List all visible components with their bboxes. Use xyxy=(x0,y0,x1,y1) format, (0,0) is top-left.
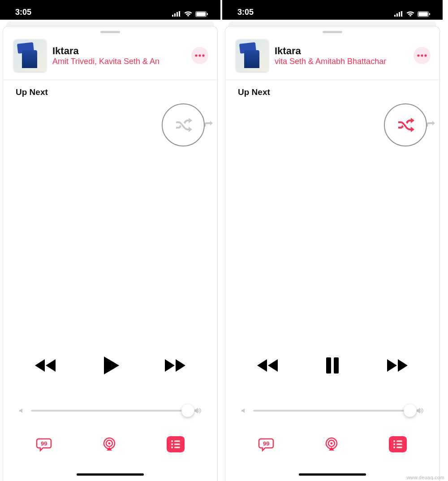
svg-rect-6 xyxy=(207,13,208,15)
playback-controls xyxy=(3,354,217,377)
volume-high-icon xyxy=(194,408,202,414)
volume-slider[interactable] xyxy=(18,408,202,414)
shuffle-icon[interactable] xyxy=(396,115,415,135)
volume-low-icon xyxy=(241,408,247,414)
queue-button[interactable] xyxy=(167,436,185,452)
track-artist: Amit Trivedi, Kavita Seth & An xyxy=(52,57,185,66)
status-bar: 3:05 xyxy=(0,0,220,20)
repeat-icon xyxy=(205,120,214,132)
now-playing-row: Iktara Amit Trivedi, Kavita Seth & An xyxy=(3,39,217,80)
svg-point-40 xyxy=(393,447,395,448)
sheet-grabber[interactable] xyxy=(323,31,342,33)
queue-button[interactable] xyxy=(389,436,407,452)
wifi-icon xyxy=(184,11,193,17)
svg-rect-2 xyxy=(177,12,178,17)
volume-slider[interactable] xyxy=(241,408,424,414)
lyrics-icon: 99 xyxy=(258,436,274,452)
svg-text:99: 99 xyxy=(263,440,269,447)
backward-icon xyxy=(256,354,280,377)
ellipsis-icon xyxy=(417,54,427,57)
previous-button[interactable] xyxy=(34,354,57,377)
volume-low-icon xyxy=(18,408,25,414)
track-title: Iktara xyxy=(275,45,407,57)
svg-point-14 xyxy=(171,440,173,442)
svg-rect-37 xyxy=(396,441,402,442)
airplay-icon xyxy=(101,436,117,452)
svg-point-35 xyxy=(331,442,333,445)
svg-rect-17 xyxy=(174,444,180,445)
wifi-icon xyxy=(406,11,415,17)
svg-rect-15 xyxy=(174,441,180,442)
cellular-icon xyxy=(394,11,403,17)
svg-rect-30 xyxy=(326,357,331,374)
shuffle-icon[interactable] xyxy=(173,115,193,135)
more-button[interactable] xyxy=(191,47,208,64)
lyrics-button[interactable]: 99 xyxy=(258,436,274,452)
svg-text:99: 99 xyxy=(41,440,47,447)
repeat-button-partial[interactable] xyxy=(205,120,214,132)
volume-thumb[interactable] xyxy=(404,404,416,417)
next-button[interactable] xyxy=(385,354,409,377)
airplay-button[interactable] xyxy=(323,436,340,452)
shuffle-highlight-circle xyxy=(162,103,205,146)
previous-button[interactable] xyxy=(256,354,280,377)
svg-point-16 xyxy=(171,443,173,445)
watermark: www.deuaq.com xyxy=(406,475,444,480)
battery-icon xyxy=(195,11,208,17)
track-artist: vita Seth & Amitabh Bhattachar xyxy=(275,57,407,66)
status-indicators xyxy=(394,11,430,17)
sheet-grabber[interactable] xyxy=(100,31,120,33)
album-art[interactable] xyxy=(236,39,268,72)
home-indicator[interactable] xyxy=(77,473,144,476)
volume-high-icon xyxy=(416,408,424,414)
track-meta[interactable]: Iktara vita Seth & Amitabh Bhattachar xyxy=(275,45,407,66)
svg-rect-0 xyxy=(172,15,173,17)
forward-icon xyxy=(163,354,186,377)
up-next-header: Up Next xyxy=(3,80,217,97)
home-indicator[interactable] xyxy=(299,473,366,476)
svg-point-38 xyxy=(393,443,395,445)
volume-track[interactable] xyxy=(253,410,410,412)
phone-screen-right: 3:05 Iktara vita Seth & Amitabh Bhattach… xyxy=(222,0,444,481)
svg-point-28 xyxy=(421,54,423,56)
svg-rect-26 xyxy=(429,13,430,15)
svg-rect-25 xyxy=(418,12,428,16)
bottom-actions: 99 xyxy=(225,436,439,452)
now-playing-card: Iktara vita Seth & Amitabh Bhattachar Up… xyxy=(225,26,440,481)
up-next-header: Up Next xyxy=(225,80,439,97)
lyrics-icon: 99 xyxy=(36,436,52,452)
shuffle-highlight-circle xyxy=(384,103,427,146)
phone-screen-left: 3:05 Iktara Amit Trivedi, Kavita Seth & … xyxy=(0,0,222,481)
airplay-button[interactable] xyxy=(101,436,117,452)
svg-point-13 xyxy=(108,442,111,445)
battery-icon xyxy=(418,11,430,17)
next-button[interactable] xyxy=(163,354,186,377)
track-title: Iktara xyxy=(52,45,185,57)
status-time: 3:05 xyxy=(15,8,31,17)
svg-point-29 xyxy=(424,54,426,56)
lyrics-button[interactable]: 99 xyxy=(36,436,52,452)
repeat-icon xyxy=(427,120,436,132)
album-art[interactable] xyxy=(14,39,46,72)
more-button[interactable] xyxy=(414,47,431,64)
cellular-icon xyxy=(172,11,181,17)
volume-thumb[interactable] xyxy=(181,404,194,417)
track-meta[interactable]: Iktara Amit Trivedi, Kavita Seth & An xyxy=(52,45,185,66)
ellipsis-icon xyxy=(195,54,205,57)
repeat-button-partial[interactable] xyxy=(427,120,436,132)
airplay-icon xyxy=(323,436,340,452)
playback-controls xyxy=(225,354,439,377)
up-next-label: Up Next xyxy=(16,87,48,97)
play-button[interactable] xyxy=(99,354,122,377)
svg-rect-5 xyxy=(196,12,206,16)
pause-button[interactable] xyxy=(321,354,344,377)
svg-rect-23 xyxy=(401,11,402,17)
queue-icon xyxy=(170,439,181,450)
volume-track[interactable] xyxy=(31,410,188,412)
now-playing-card: Iktara Amit Trivedi, Kavita Seth & An Up… xyxy=(3,26,218,481)
svg-point-18 xyxy=(171,447,173,448)
svg-point-36 xyxy=(393,440,395,442)
pause-icon xyxy=(321,354,344,377)
svg-rect-39 xyxy=(396,444,402,445)
svg-rect-1 xyxy=(174,13,176,17)
